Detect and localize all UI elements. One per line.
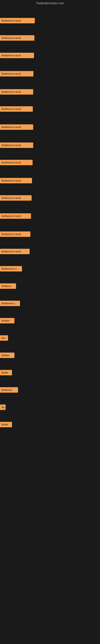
bottleneck-result-item[interactable]: Bottlene bbox=[0, 283, 16, 289]
bottleneck-result-item[interactable]: Bottleneck result bbox=[0, 18, 35, 23]
bottleneck-result-item[interactable]: Bottleneck result bbox=[0, 71, 33, 76]
bottleneck-result-item[interactable]: Bottleneck result bbox=[0, 106, 33, 112]
bottleneck-result-item[interactable]: Bottleneck result bbox=[0, 178, 32, 183]
bottleneck-result-item[interactable]: Bottleneck result bbox=[0, 35, 34, 41]
bottleneck-result-item[interactable]: Bottleneck result bbox=[0, 232, 30, 237]
bottleneck-result-item[interactable]: Bottlen bbox=[0, 352, 14, 358]
bottleneck-result-item[interactable]: Bottleneck result bbox=[0, 195, 32, 201]
bottleneck-result-item[interactable]: Bottleneck re bbox=[0, 266, 22, 272]
bottleneck-result-item[interactable]: Bottlen bbox=[0, 318, 14, 324]
bottleneck-result-item[interactable]: Bottleneck result bbox=[0, 213, 31, 219]
bottleneck-result-item[interactable]: Bottleneck result bbox=[0, 160, 33, 165]
bottleneck-result-item[interactable]: Bottle bbox=[0, 422, 12, 427]
bottleneck-result-item[interactable]: Bo bbox=[0, 404, 6, 410]
bottleneck-result-item[interactable]: Bottleneck r bbox=[0, 301, 20, 306]
bottleneck-result-item[interactable]: Bottleneck result bbox=[0, 249, 30, 254]
bottleneck-result-item[interactable]: Bottleneck result bbox=[0, 53, 34, 58]
site-title: TheBottlenecker.com bbox=[0, 0, 100, 6]
bottleneck-result-item[interactable]: Bottleneck result bbox=[0, 89, 33, 94]
bottleneck-result-item[interactable]: Bottleneck result bbox=[0, 142, 33, 148]
bottleneck-result-item[interactable]: Bottleneck result bbox=[0, 124, 33, 130]
bottleneck-result-item[interactable]: Bottle bbox=[0, 370, 12, 375]
bottleneck-result-item[interactable]: Bottlenec bbox=[0, 387, 18, 393]
bottleneck-result-item[interactable]: Bot bbox=[0, 335, 8, 341]
